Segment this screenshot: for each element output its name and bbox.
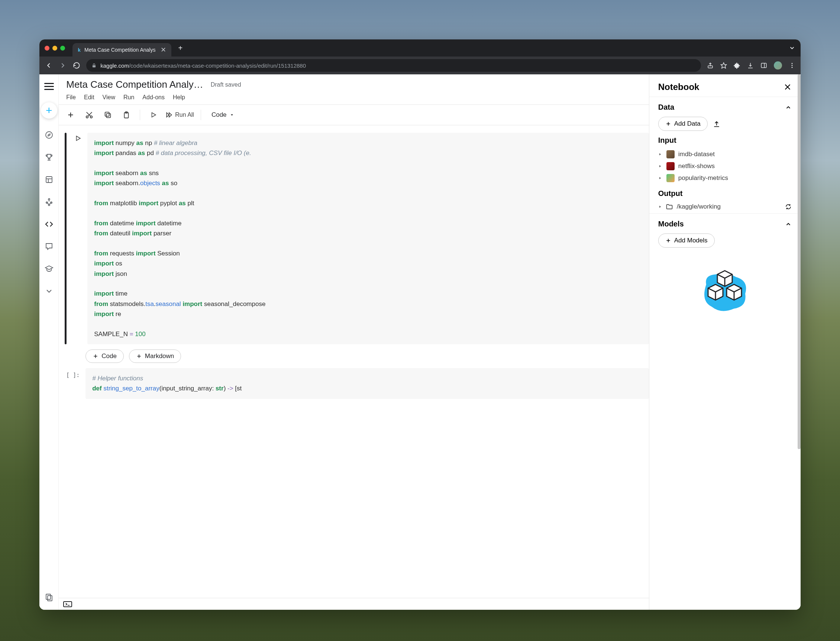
collapse-models-icon[interactable]	[785, 221, 792, 227]
tabs-dropdown-button[interactable]	[789, 45, 795, 51]
address-bar[interactable]: kaggle.com/code/wkaisertexas/meta-case-c…	[86, 59, 701, 72]
copy-button[interactable]	[101, 108, 114, 122]
menu-run[interactable]: Run	[123, 94, 134, 101]
code-editor[interactable]: import numpy as np # linear algebra impo…	[87, 133, 649, 344]
run-button[interactable]	[147, 108, 160, 122]
kaggle-page: + Meta Case Competition Analy… Draft sav…	[39, 74, 801, 610]
menu-help[interactable]: Help	[173, 94, 185, 101]
share-icon[interactable]	[707, 62, 714, 69]
dataset-item[interactable]: imdb-dataset	[658, 148, 792, 160]
close-panel-button[interactable]	[784, 83, 792, 91]
output-folder-item[interactable]: /kaggle/working	[658, 203, 721, 211]
traffic-lights	[45, 46, 65, 51]
paste-button[interactable]	[120, 108, 133, 122]
cell-focus-bar	[65, 133, 66, 344]
close-window-button[interactable]	[45, 46, 50, 51]
reload-button[interactable]	[73, 62, 80, 69]
svg-point-13	[48, 198, 50, 200]
caret-right-icon	[658, 205, 662, 209]
create-fab-button[interactable]: +	[41, 102, 57, 119]
models-icon[interactable]	[43, 196, 55, 208]
editor-body[interactable]: import numpy as np # linear algebra impo…	[59, 125, 649, 598]
console-toggle-icon[interactable]	[63, 601, 72, 607]
upload-data-icon[interactable]	[713, 120, 720, 127]
svg-rect-18	[48, 596, 52, 601]
main-area: Meta Case Competition Analy… Draft saved…	[59, 74, 801, 610]
menubar: File Edit View Run Add-ons Help	[66, 90, 642, 105]
add-models-button[interactable]: Add Models	[658, 234, 715, 248]
add-code-cell-button[interactable]: Code	[85, 349, 124, 363]
profile-avatar[interactable]	[774, 61, 782, 69]
dataset-item[interactable]: netflix-shows	[658, 160, 792, 172]
datasets-icon[interactable]	[43, 174, 55, 185]
refresh-output-icon[interactable]	[785, 203, 792, 210]
svg-rect-3	[761, 63, 766, 68]
minimize-window-button[interactable]	[52, 46, 57, 51]
svg-rect-26	[105, 112, 109, 116]
window-titlebar: k Meta Case Competition Analys ✕ +	[39, 39, 801, 56]
right-panel-header: Notebook	[649, 74, 801, 97]
svg-rect-17	[46, 594, 51, 599]
svg-marker-2	[721, 63, 726, 68]
hamburger-menu-button[interactable]	[44, 81, 54, 92]
bookmark-star-icon[interactable]	[720, 62, 727, 69]
browser-tab[interactable]: k Meta Case Competition Analys ✕	[72, 43, 171, 56]
view-active-events-icon[interactable]	[43, 591, 55, 603]
left-nav-rail: +	[39, 74, 59, 610]
more-chevron-icon[interactable]	[43, 285, 55, 297]
dataset-name: netflix-shows	[678, 163, 715, 170]
notebook-title[interactable]: Meta Case Competition Analy…	[66, 79, 203, 90]
right-panel: Notebook Data Add Data	[649, 74, 801, 610]
url-path: /code/wkaisertexas/meta-case-competition…	[129, 63, 306, 69]
cut-button[interactable]	[82, 108, 96, 122]
caret-right-icon	[658, 153, 663, 156]
sidepanel-icon[interactable]	[760, 62, 767, 69]
dataset-item[interactable]: popularity-metrics	[658, 172, 792, 184]
collapse-data-icon[interactable]	[785, 104, 792, 111]
svg-rect-0	[93, 66, 95, 68]
code-icon[interactable]	[43, 218, 55, 230]
learn-icon[interactable]	[43, 263, 55, 275]
code-editor[interactable]: # Helper functions def string_sep_to_arr…	[85, 368, 649, 399]
svg-marker-33	[77, 136, 80, 140]
menu-addons[interactable]: Add-ons	[142, 94, 165, 101]
svg-point-6	[791, 65, 792, 66]
run-all-button[interactable]: Run All	[166, 108, 194, 122]
forward-button[interactable]	[59, 61, 67, 69]
cell-type-dropdown[interactable]: Code	[211, 111, 234, 119]
add-cell-button[interactable]	[64, 108, 77, 122]
maximize-window-button[interactable]	[60, 46, 65, 51]
add-markdown-cell-button[interactable]: Markdown	[129, 349, 181, 363]
discussions-icon[interactable]	[43, 240, 55, 253]
notebook-editor: Meta Case Competition Analy… Draft saved…	[59, 74, 649, 610]
back-button[interactable]	[45, 61, 53, 69]
extensions-icon[interactable]	[734, 62, 740, 69]
new-tab-button[interactable]: +	[174, 44, 186, 52]
code-cell[interactable]: import numpy as np # linear algebra impo…	[65, 133, 649, 344]
cell-type-label: Code	[211, 111, 227, 119]
compass-icon[interactable]	[43, 129, 55, 141]
trophy-icon[interactable]	[43, 151, 55, 163]
kebab-menu-icon[interactable]	[789, 62, 795, 69]
data-heading: Data	[658, 103, 674, 111]
console-bar	[59, 598, 649, 610]
add-data-button[interactable]: Add Data	[658, 117, 708, 131]
close-tab-button[interactable]: ✕	[161, 46, 166, 54]
models-illustration	[658, 253, 792, 318]
downloads-icon[interactable]	[747, 62, 754, 69]
editor-toolbar: Run All Code	[59, 105, 649, 125]
run-cell-icon[interactable]	[75, 135, 81, 142]
code-cell[interactable]: [ ]: # Helper functions def string_sep_t…	[65, 368, 649, 399]
models-section: Models Add Models	[649, 213, 801, 321]
menu-file[interactable]: File	[66, 94, 76, 101]
lock-icon	[92, 63, 97, 68]
caret-right-icon	[658, 176, 663, 180]
input-heading: Input	[658, 136, 792, 145]
add-cell-row: Code Markdown	[65, 344, 649, 368]
svg-marker-46	[659, 206, 660, 208]
models-heading: Models	[658, 220, 684, 228]
menu-view[interactable]: View	[103, 94, 115, 101]
menu-edit[interactable]: Edit	[84, 94, 94, 101]
svg-marker-32	[231, 114, 233, 116]
browser-window: k Meta Case Competition Analys ✕ + kaggl…	[39, 39, 801, 610]
